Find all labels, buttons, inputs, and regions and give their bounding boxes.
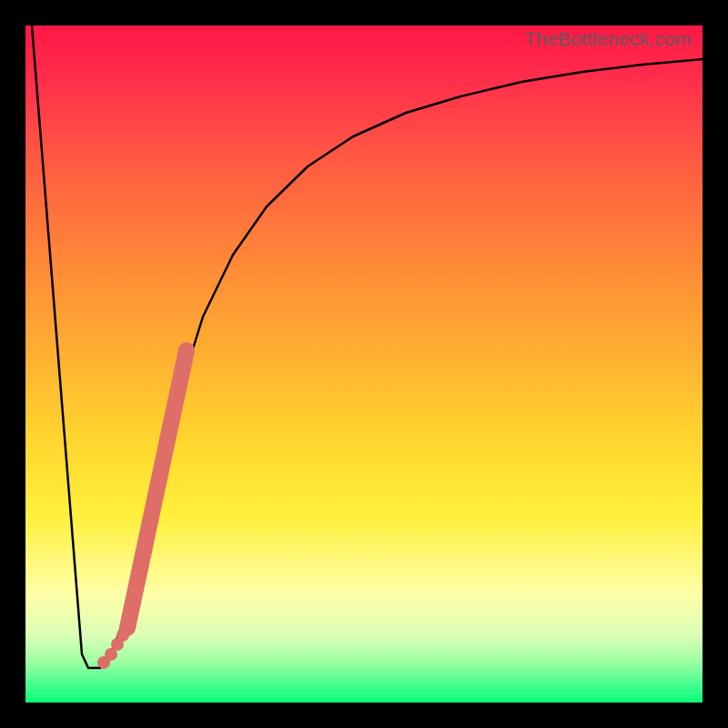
highlight-dot [116,629,129,642]
plot-area: TheBottleneck.com [25,25,703,703]
highlight-segment [127,350,187,628]
chart-svg [25,25,703,703]
chart-frame: TheBottleneck.com [0,0,728,728]
